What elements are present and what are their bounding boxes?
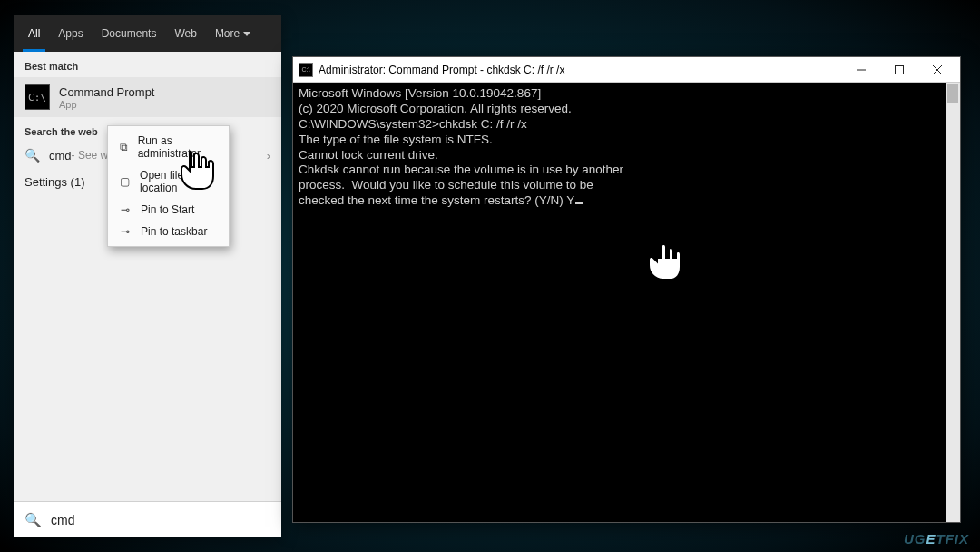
cmd-body[interactable]: Microsoft Windows [Version 10.0.19042.86…: [293, 83, 960, 522]
cmd-window: C:\ Administrator: Command Prompt - chkd…: [292, 56, 961, 523]
search-icon: 🔍: [24, 148, 40, 163]
tab-all[interactable]: All: [19, 15, 49, 52]
cmd-output: Microsoft Windows [Version 10.0.19042.86…: [293, 83, 960, 212]
pin-icon: ⊸: [117, 225, 133, 238]
admin-icon: ⧉: [117, 141, 131, 153]
chevron-down-icon: [243, 32, 250, 36]
tab-apps[interactable]: Apps: [49, 15, 92, 52]
maximize-button[interactable]: [880, 57, 918, 82]
tab-more-label: More: [215, 27, 240, 40]
result-title: Command Prompt: [59, 85, 154, 99]
svg-rect-1: [896, 65, 904, 74]
cmd-title-bar[interactable]: C:\ Administrator: Command Prompt - chkd…: [293, 57, 960, 83]
context-pin-to-start[interactable]: ⊸ Pin to Start: [108, 199, 229, 221]
scrollbar-thumb[interactable]: [947, 84, 958, 103]
best-match-label: Best match: [14, 52, 281, 77]
pin-icon: ⊸: [117, 203, 133, 216]
tab-more[interactable]: More: [206, 15, 260, 52]
cmd-scrollbar[interactable]: [946, 83, 960, 522]
search-input[interactable]: [51, 513, 270, 527]
close-button[interactable]: [918, 57, 956, 82]
cmd-title-text: Administrator: Command Prompt - chkdsk C…: [318, 64, 842, 76]
watermark: UGETFIX: [904, 531, 969, 547]
cursor-hand-icon: [641, 238, 684, 289]
web-term: cmd: [49, 149, 72, 163]
tab-web[interactable]: Web: [165, 15, 205, 52]
search-tabs-bar: All Apps Documents Web More: [14, 15, 281, 52]
start-search-panel: All Apps Documents Web More Best match C…: [14, 15, 281, 537]
context-pin-start-label: Pin to Start: [141, 203, 194, 216]
result-command-prompt[interactable]: C:\ Command Prompt App: [14, 77, 281, 117]
minimize-button[interactable]: [842, 57, 880, 82]
folder-icon: ▢: [117, 175, 132, 188]
search-icon: 🔍: [24, 512, 42, 528]
cursor-hand-icon: [173, 147, 217, 198]
command-prompt-icon: C:\: [24, 84, 50, 110]
context-pin-to-taskbar[interactable]: ⊸ Pin to taskbar: [108, 221, 229, 242]
result-subtitle: App: [59, 99, 154, 110]
tab-documents[interactable]: Documents: [93, 15, 166, 52]
search-box: 🔍: [14, 501, 281, 537]
chevron-right-icon: ›: [267, 149, 270, 163]
cmd-title-icon: C:\: [299, 63, 313, 77]
context-pin-taskbar-label: Pin to taskbar: [141, 225, 207, 238]
